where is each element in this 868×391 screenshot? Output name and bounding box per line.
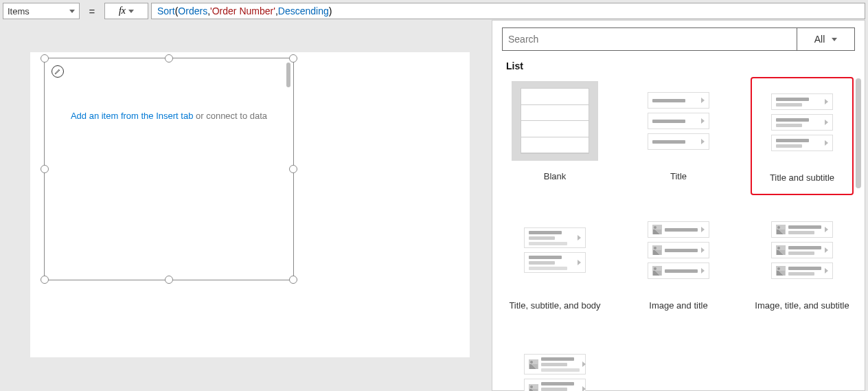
fx-button[interactable]: fx [104, 3, 148, 19]
formula-bar: Items = fx Sort ( Orders , 'Order Number… [3, 3, 865, 19]
layout-tile-blank[interactable]: Blank [503, 77, 606, 195]
layout-tile-its[interactable]: Image, title, and subtitle [751, 206, 854, 322]
resize-handle[interactable] [165, 54, 173, 63]
resize-handle[interactable] [41, 276, 49, 284]
property-select[interactable]: Items [3, 3, 80, 19]
layout-tile-extra[interactable] [503, 333, 606, 391]
section-header: List [506, 60, 855, 71]
gallery-hint: Add an item from the Insert tab or conne… [45, 111, 293, 121]
chevron-down-icon [128, 10, 134, 13]
resize-handle[interactable] [41, 54, 49, 63]
scrollbar[interactable] [856, 78, 861, 188]
filter-select[interactable]: All [797, 28, 854, 50]
thumb-its [759, 210, 845, 290]
layout-tile-title[interactable]: Title [627, 77, 730, 195]
pencil-icon [54, 68, 61, 75]
resize-handle[interactable] [289, 276, 297, 284]
layout-panel: All List Blank Title [492, 20, 865, 391]
search-row: All [502, 27, 855, 51]
thumb-tsb [512, 210, 598, 290]
layout-tile-title-subtitle[interactable]: Title and subtitle [751, 77, 854, 195]
resize-handle[interactable] [289, 165, 297, 173]
chevron-down-icon [832, 38, 837, 41]
selected-gallery[interactable]: Add an item from the Insert tab or conne… [44, 58, 294, 280]
thumb-image-title [635, 210, 722, 290]
thumb-blank [512, 81, 598, 161]
thumb-title-subtitle [759, 82, 845, 162]
edit-template-button[interactable] [52, 65, 64, 78]
property-label: Items [8, 6, 30, 16]
layout-tile-tsb[interactable]: Title, subtitle, and body [503, 206, 606, 322]
chevron-down-icon [69, 10, 75, 13]
thumb-extra [512, 337, 598, 391]
scrollbar[interactable] [286, 63, 290, 87]
equals-label: = [82, 5, 102, 17]
resize-handle[interactable] [165, 276, 173, 284]
resize-handle[interactable] [41, 165, 49, 173]
resize-handle[interactable] [289, 54, 297, 63]
filter-label: All [814, 34, 825, 45]
fx-icon: fx [119, 5, 126, 16]
hint-text: or connect to data [193, 111, 267, 121]
hint-link[interactable]: Add an item from the Insert tab [71, 111, 193, 121]
thumb-title [635, 81, 722, 161]
layout-tile-image-title[interactable]: Image and title [627, 206, 730, 322]
layout-grid: Blank Title Title and subtitle [502, 77, 855, 391]
formula-input[interactable]: Sort ( Orders , 'Order Number' , Descend… [151, 3, 865, 19]
design-canvas[interactable]: Add an item from the Insert tab or conne… [30, 52, 470, 357]
search-input[interactable] [503, 28, 797, 50]
